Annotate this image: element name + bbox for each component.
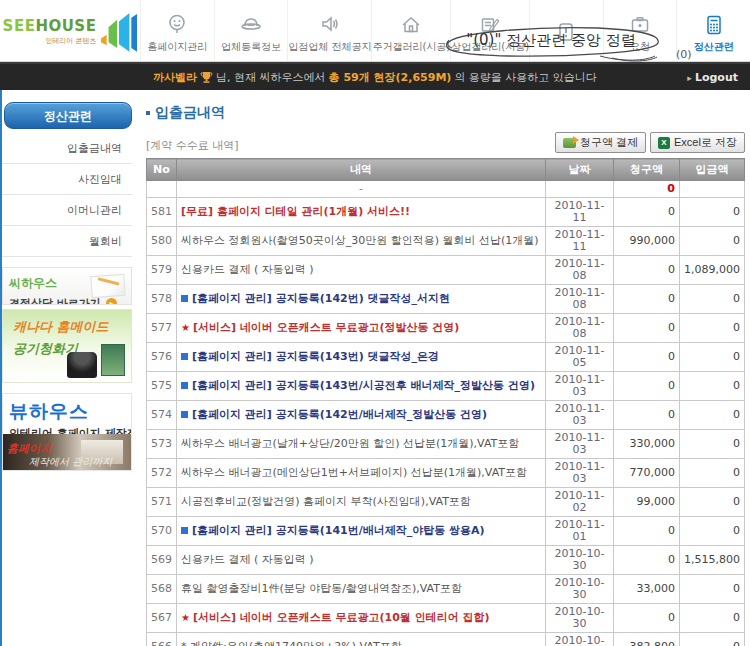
nav-label: 정산관련 (694, 40, 734, 54)
calculator-icon (701, 12, 727, 38)
row-description-link[interactable]: 휴일 촬영출장비1件(분당 야탑동/촬영내역참조),VAT포함 (177, 575, 546, 604)
row-date: 2010-10-30 (546, 604, 614, 633)
row-date: 2010-11-03 (546, 372, 614, 401)
banner-script1: 홈페이지 (7, 441, 51, 456)
row-charge-amount: 0 (614, 314, 680, 343)
banner-air-purifier[interactable]: 캐나다 홈메이드 공기청화기 (2, 309, 132, 383)
usage-highlight: 총 59개 현장(2,659M) (329, 70, 452, 85)
transactions-table: No 내역 날짜 청구액 입금액 - 0 581[무료] 홈 (146, 158, 745, 646)
sidebar-item-deposit-history[interactable]: 입출금내역 (2, 133, 132, 164)
seehouse-logo[interactable]: SEEHOUSE 인테리어 콘텐츠 (0, 0, 140, 61)
nav-photo-request[interactable]: 요청 (603, 0, 677, 61)
sidebar-item-photo-rental[interactable]: 사진임대 (2, 164, 132, 195)
row-number: 573 (147, 430, 177, 459)
row-date: 2010-11-08 (546, 285, 614, 314)
sidebar: 정산관련 입출금내역 사진임대 이머니관리 월회비 씨하우스 견적상담 바로가기… (0, 90, 138, 646)
row-number: 569 (147, 546, 177, 575)
row-number: 567 (147, 604, 177, 633)
row-deposit-amount: 0 (680, 198, 745, 227)
sidebar-item-emoney[interactable]: 이머니관리 (2, 195, 132, 226)
banner-viewhouse[interactable]: 뷰하우스 인테리어 홈페이지 제작전문 홈페이지 제작에서 관리까지 (2, 393, 132, 471)
excel-save-button[interactable]: Excel로 저장 (650, 132, 745, 153)
row-number: 576 (147, 343, 177, 372)
row-description-link[interactable]: 씨하우스 배너광고(날개+상단/20만원 할인) 선납분(1개월),VAT포함 (177, 430, 546, 459)
usage-post: 의 용량을 사용하고 있습니다 (454, 70, 597, 85)
row-date: 2010-11-08 (546, 314, 614, 343)
blue-square-icon (181, 295, 188, 302)
row-description-link[interactable]: 신용카드 결제 ( 자동입력 ) (177, 546, 546, 575)
sidebar-menu: 입출금내역 사진임대 이머니관리 월회비 (2, 133, 132, 257)
nav-settlement[interactable]: 정산관련 (676, 0, 750, 61)
table-row: 576[홈페이지 관리] 공지등록(143번) 댓글작성_은경2010-11-0… (147, 343, 745, 372)
user-status-bar: 까사벨라 님, 현재 씨하우스에서 총 59개 현장(2,659M)의 용량을 … (0, 62, 750, 90)
red-star-icon: ★ (181, 322, 190, 333)
username: 까사벨라 (153, 70, 197, 85)
logout-link[interactable]: Logout (687, 71, 738, 84)
row-description-link[interactable]: [홈페이지 관리] 공지등록(143번) 댓글작성_은경 (177, 343, 546, 372)
banner-quote-consult[interactable]: 씨하우스 견적상담 바로가기 ▸ (2, 267, 132, 305)
row-description-link[interactable]: 신용카드 결제 ( 자동입력 ) (177, 256, 546, 285)
row-deposit-amount: 0 (680, 343, 745, 372)
row-description-link[interactable]: * 계약件:용인(총액1740만원+2%),VAT포함 (177, 633, 546, 646)
table-actions-top: 청구액 결제 Excel로 저장 (555, 132, 745, 153)
logo-mark-icon (101, 10, 137, 52)
trophy-icon (200, 71, 213, 83)
row-description-link[interactable]: 시공전후비교(정발건영) 홈페이지 부착(사진임대),VAT포함 (177, 488, 546, 517)
row-description-link[interactable]: 씨하우스 정회원사(촬영50곳이상_30만원 할인적용) 월회비 선납(1개월) (177, 227, 546, 256)
nav-commercial-gallery[interactable]: 상업갤러리(시공) (450, 0, 529, 61)
usage-pre: 님, 현재 씨하우스에서 (216, 70, 326, 85)
row-description-link[interactable]: 씨하우스 배너광고(메인상단1번+서브페이지) 선납분(1개월),VAT포함 (177, 459, 546, 488)
nav-all-notice[interactable]: 입점업체 전체공지 (287, 0, 371, 61)
row-number: 571 (147, 488, 177, 517)
row-number: 578 (147, 285, 177, 314)
row-date: 2010-11-03 (546, 430, 614, 459)
row-number: 572 (147, 459, 177, 488)
exclamation-icon (553, 19, 579, 45)
row-deposit-amount: 0 (680, 488, 745, 517)
row-charge-amount: 990,000 (614, 227, 680, 256)
row-deposit-amount: 0 (680, 430, 745, 459)
row-date: 2010-11-03 (546, 459, 614, 488)
summary-desc: - (177, 181, 546, 198)
pencil-paper-icon (90, 274, 125, 298)
row-charge-amount: 770,000 (614, 459, 680, 488)
row-description-link[interactable]: [홈페이지 관리] 공지등록(143번/시공전후 배너제작_정발산동 건영) (177, 372, 546, 401)
pay-charge-button[interactable]: 청구액 결제 (555, 132, 646, 153)
smiley-face-icon (164, 12, 190, 38)
column-header-desc: 내역 (177, 159, 546, 181)
row-description-link[interactable]: [홈페이지 관리] 공지등록(141번/배너제작_야탑동 쌍용A) (177, 517, 546, 546)
nav-company-info[interactable]: 업체등록정보 (214, 0, 288, 61)
nav-label: 주거갤러리(시공) (372, 40, 450, 54)
row-description-link[interactable]: [무료] 홈페이지 디테일 관리(1개월) 서비스!! (177, 198, 546, 227)
row-charge-amount: 33,000 (614, 575, 680, 604)
summary-charge: 0 (614, 181, 680, 198)
main-content: 입출금내역 [계약 수수료 내역] 청구액 결제 Excel로 저장 No 내역… (138, 90, 750, 646)
row-charge-amount: 0 (614, 401, 680, 430)
sidebar-item-monthly-fee[interactable]: 월회비 (2, 226, 132, 257)
row-date: 2010-11-02 (546, 488, 614, 517)
row-charge-amount: 0 (614, 343, 680, 372)
logo-house-text: HOUSE (35, 17, 96, 35)
row-number: 575 (147, 372, 177, 401)
row-description-link[interactable]: ★[서비스] 네이버 오픈캐스트 무료광고(10월 인테리어 집합) (177, 604, 546, 633)
table-row: 566* 계약件:용인(총액1740만원+2%),VAT포함2010-10-27… (147, 633, 745, 646)
nav-notice-manage[interactable] (529, 0, 603, 61)
air-purifier-image (67, 352, 97, 378)
row-charge-amount: 382,800 (614, 633, 680, 646)
row-number: 580 (147, 227, 177, 256)
column-header-date: 날짜 (546, 159, 614, 181)
nav-homepage-manage[interactable]: 홈페이지관리 (140, 0, 214, 61)
table-row: 573씨하우스 배너광고(날개+상단/20만원 할인) 선납분(1개월),VAT… (147, 430, 745, 459)
row-description-link[interactable]: ★[서비스] 네이버 오픈캐스트 무료광고(정발산동 건영) (177, 314, 546, 343)
nav-residential-gallery[interactable]: 주거갤러리(시공) (371, 0, 450, 61)
row-description-link[interactable]: [홈페이지 관리] 공지등록(142번) 댓글작성_서지현 (177, 285, 546, 314)
row-date: 2010-11-03 (546, 401, 614, 430)
row-deposit-amount: 0 (680, 285, 745, 314)
title-bullet-icon (146, 111, 150, 115)
table-row: 578[홈페이지 관리] 공지등록(142번) 댓글작성_서지현2010-11-… (147, 285, 745, 314)
row-number: 577 (147, 314, 177, 343)
table-row: 572씨하우스 배너광고(메인상단1번+서브페이지) 선납분(1개월),VAT포… (147, 459, 745, 488)
arrow-circle-icon: ▸ (106, 298, 117, 305)
banner-label: 견적상담 바로가기 (9, 297, 101, 305)
row-description-link[interactable]: [홈페이지 관리] 공지등록(142번/배너제작_정발산동 건영) (177, 401, 546, 430)
